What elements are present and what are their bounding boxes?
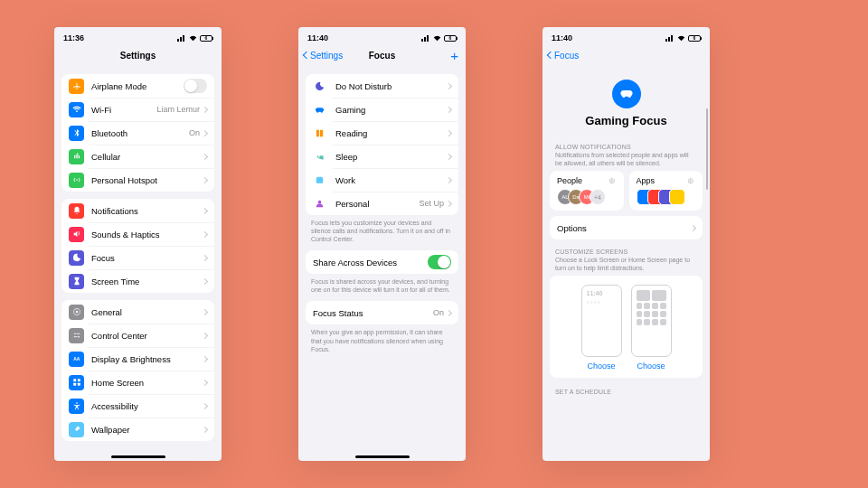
chevron-right-icon (446, 129, 452, 136)
settings-row-personal[interactable]: PersonalSet Up (306, 192, 458, 215)
settings-row-work[interactable]: Work (306, 168, 458, 192)
settings-row-sleep[interactable]: Sleep (306, 145, 458, 168)
battery-icon: 6 (200, 35, 212, 42)
phone-gaming-focus: 11:40 6 Focus Gaming Focus ALLOW NOTIFIC… (542, 27, 710, 461)
settings-row-wallpaper[interactable]: Wallpaper (61, 418, 214, 441)
homescreen-preview[interactable] (631, 285, 672, 357)
svg-point-1 (75, 311, 78, 314)
settings-row-accessibility[interactable]: Accessibility (61, 394, 214, 418)
svg-point-11 (318, 200, 322, 203)
focus-modes-group: Do Not DisturbGamingReadingSleepWorkPers… (306, 74, 458, 215)
settings-row-airplane-mode[interactable]: Airplane Mode (61, 74, 214, 98)
status-time: 11:40 (307, 33, 328, 42)
customize-screens-card: 11:40 ○○○○ Choose Choose (550, 276, 703, 378)
settings-row-control-center[interactable]: Control Center (61, 324, 214, 347)
chevron-right-icon (446, 106, 452, 112)
wifi-status-icon (433, 35, 441, 42)
chevron-right-icon (202, 106, 208, 112)
hotspot-icon (69, 173, 84, 188)
svg-rect-5 (73, 379, 76, 381)
settings-group-connectivity: Airplane ModeWi-FiLiam LemurBluetoothOnC… (61, 74, 214, 192)
settings-row-cellular[interactable]: Cellular (61, 145, 214, 168)
settings-group-general: GeneralControl CenterAADisplay & Brightn… (61, 300, 214, 441)
settings-row-display-brightness[interactable]: AADisplay & Brightness (61, 347, 214, 371)
phone-settings: 11:36 6 Settings Airplane ModeWi-FiLiam … (54, 27, 222, 461)
chevron-right-icon (202, 277, 208, 284)
bluetooth-icon (69, 126, 84, 141)
notifications-icon (69, 203, 84, 219)
chevron-left-icon (303, 52, 310, 59)
svg-rect-7 (73, 383, 76, 386)
settings-row-focus[interactable]: Focus (61, 246, 214, 269)
add-button[interactable]: + (450, 49, 458, 62)
settings-row-sounds-haptics[interactable]: Sounds & Haptics (61, 222, 214, 246)
settings-row-bluetooth[interactable]: BluetoothOn (61, 121, 214, 145)
settings-group-notifications: NotificationsSounds & HapticsFocusScreen… (61, 199, 214, 293)
chevron-right-icon (446, 176, 452, 183)
book-icon (313, 126, 326, 141)
share-across-devices-row[interactable]: Share Across Devices (306, 250, 458, 274)
svg-rect-6 (77, 379, 80, 381)
choose-homescreen-button[interactable]: Choose (637, 361, 665, 371)
person-icon (313, 196, 326, 211)
share-footer: Focus is shared across your devices, and… (298, 274, 466, 294)
page-title: Focus (369, 51, 395, 61)
focus-status-group: Focus Status On (306, 301, 458, 324)
nav-bar: Focus (542, 43, 710, 67)
svg-point-2 (74, 333, 76, 335)
share-toggle[interactable] (428, 255, 451, 269)
focus-title: Gaming Focus (585, 114, 666, 127)
lockscreen-preview[interactable]: 11:40 ○○○○ (581, 285, 622, 357)
chevron-right-icon (446, 200, 452, 206)
page-title: Settings (120, 51, 156, 61)
controlcenter-icon (69, 328, 84, 343)
svg-rect-8 (77, 383, 80, 386)
scroll-indicator (706, 108, 708, 190)
choose-lockscreen-button[interactable]: Choose (587, 361, 615, 371)
settings-row-reading[interactable]: Reading (306, 121, 458, 145)
settings-row-wi-fi[interactable]: Wi-FiLiam Lemur (61, 98, 214, 121)
settings-row-gaming[interactable]: Gaming (306, 98, 458, 121)
cellular-icon (69, 149, 84, 164)
chevron-right-icon (202, 355, 208, 361)
apps-card[interactable]: Apps⊕ (629, 171, 703, 211)
chevron-right-icon (202, 426, 208, 432)
back-button[interactable]: Settings (304, 51, 343, 61)
settings-row-screen-time[interactable]: Screen Time (61, 269, 214, 293)
settings-row-home-screen[interactable]: Home Screen (61, 371, 214, 394)
status-time: 11:40 (552, 33, 572, 42)
focus-status-row[interactable]: Focus Status On (306, 301, 458, 324)
chevron-right-icon (202, 254, 208, 260)
home-indicator[interactable] (355, 455, 410, 458)
chevron-right-icon (202, 153, 208, 159)
apps-icons (637, 189, 698, 205)
chevron-right-icon (202, 308, 208, 314)
battery-icon: 6 (444, 35, 457, 42)
share-group: Share Across Devices (306, 250, 458, 274)
nav-bar: Settings Focus + (298, 43, 466, 67)
cellular-signal-icon (177, 35, 186, 42)
wifi-icon (69, 102, 84, 117)
accessibility-icon (69, 399, 84, 414)
general-icon (69, 305, 84, 320)
focus-hero: Gaming Focus (542, 67, 710, 135)
toggle[interactable] (184, 79, 207, 93)
home-indicator[interactable] (111, 455, 165, 458)
settings-row-personal-hotspot[interactable]: Personal Hotspot (61, 168, 214, 192)
sounds-icon (69, 227, 84, 242)
nav-bar: Settings (54, 43, 222, 67)
wallpaper-icon (69, 422, 84, 437)
homescreen-icon (69, 375, 84, 390)
cellular-signal-icon (421, 35, 430, 42)
chevron-right-icon (202, 379, 208, 385)
phone-focus-list: 11:40 6 Settings Focus + Do Not DisturbG… (298, 27, 466, 461)
settings-row-do-not-disturb[interactable]: Do Not Disturb (306, 74, 458, 98)
screentime-icon (69, 274, 84, 289)
people-card[interactable]: People⊕ AL Da Mi +4 (550, 171, 624, 211)
wifi-status-icon (677, 35, 685, 42)
settings-row-general[interactable]: General (61, 300, 214, 324)
options-row[interactable]: Options (550, 216, 703, 239)
settings-row-notifications[interactable]: Notifications (61, 199, 214, 222)
status-time: 11:36 (63, 33, 84, 42)
back-button[interactable]: Focus (548, 51, 579, 61)
